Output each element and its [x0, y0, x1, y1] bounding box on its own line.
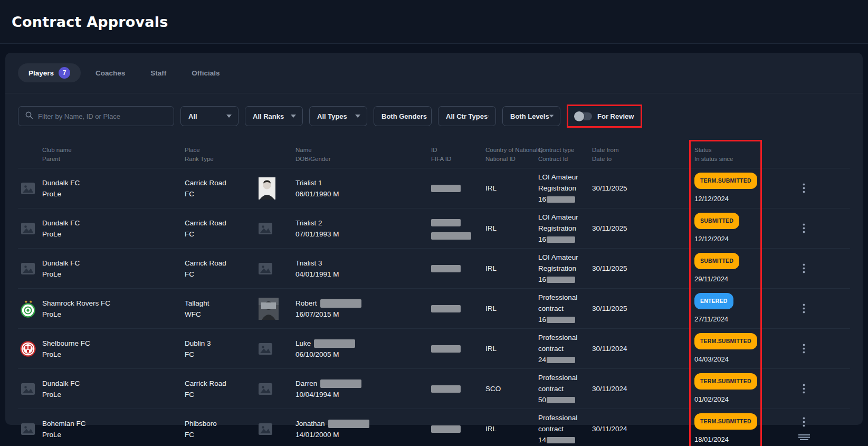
tabs-divider: [5, 93, 863, 93]
redacted-contract-id: [547, 277, 575, 283]
club-logo: [18, 263, 42, 274]
redacted-id: [431, 305, 461, 312]
col-country: Country of NationalityNational ID: [485, 146, 538, 164]
filter-dropdown-all-types[interactable]: All Types: [309, 106, 367, 126]
col-place: PlaceRank Type: [185, 146, 257, 164]
shelbourne-crest: [19, 340, 37, 358]
col-status: StatusIn status since: [689, 146, 762, 164]
status-cell: TERM.SUBMITTED 01/02/2024: [689, 373, 762, 405]
redacted-contract-id: [547, 196, 575, 203]
club-logo: [18, 340, 42, 358]
tab-label: Players: [28, 69, 54, 77]
club-logo: [18, 423, 42, 435]
row-menu-button[interactable]: [800, 301, 807, 316]
row-menu-button[interactable]: [800, 341, 807, 356]
chevron-down-icon: [488, 115, 489, 118]
id-cell: [431, 183, 485, 194]
status-badge: ENTERED: [694, 293, 733, 309]
row-menu-button[interactable]: [800, 181, 807, 195]
club-cell: Dundalk FC ProLe: [42, 177, 185, 200]
tab-label: Coaches: [96, 69, 125, 77]
tab-count-badge: 7: [59, 67, 70, 79]
image-placeholder-icon: [21, 423, 35, 435]
tab-coaches[interactable]: Coaches: [85, 63, 136, 82]
status-badge: TERM.SUBMITTED: [694, 413, 757, 430]
place-cell: Carrick Road FC: [185, 378, 257, 400]
redacted-id: [431, 219, 461, 226]
row-menu-button[interactable]: [800, 261, 807, 276]
redacted-contract-id: [547, 317, 575, 323]
filter-dropdown-all[interactable]: All: [180, 106, 239, 126]
chevron-down-icon: [549, 115, 554, 118]
status-cell: TERM.SUBMITTED 04/03/2024: [689, 333, 762, 365]
kebab-menu-icon: [803, 263, 805, 273]
status-badge: SUBMITTED: [694, 253, 739, 269]
club-cell: Dundalk FC ProLe: [42, 217, 185, 240]
tab-officials[interactable]: Officials: [181, 63, 230, 82]
table-row: Dundalk FC ProLe Carrick Road FC Trialis…: [18, 208, 850, 249]
filter-bar: All All Ranks All Types Both Genders All…: [18, 105, 850, 128]
id-cell: [431, 383, 485, 394]
club-logo: [18, 383, 42, 395]
country-cell: IRL: [485, 183, 538, 194]
redacted-contract-id: [547, 397, 575, 403]
player-avatar: [257, 263, 295, 274]
status-since: 27/11/2024: [694, 314, 758, 325]
tab-players[interactable]: Players 7: [18, 63, 81, 82]
place-cell: Carrick Road FC: [185, 217, 257, 240]
tab-staff[interactable]: Staff: [140, 63, 177, 82]
player-avatar: [257, 343, 295, 355]
shamrock-rovers-crest: ★★: [19, 299, 37, 318]
kebab-menu-icon: [803, 384, 805, 394]
row-menu-button[interactable]: [800, 382, 807, 396]
col-date: Date fromDate to: [592, 146, 689, 164]
country-cell: IRL: [485, 423, 538, 434]
table-row: Dundalk FC ProLe Carrick Road FC Trialis…: [18, 249, 850, 289]
content-card: Players 7 Coaches Staff Officials All Al…: [5, 53, 863, 425]
row-actions: [762, 415, 850, 443]
search-icon: [25, 111, 33, 121]
player-avatar: [257, 423, 295, 435]
redacted-surname: [328, 420, 369, 428]
club-logo: ★★: [18, 299, 42, 318]
tab-label: Officials: [192, 69, 220, 77]
for-review-toggle[interactable]: [575, 112, 592, 120]
row-menu-button[interactable]: [800, 221, 807, 235]
page-title: Contract Approvals: [12, 14, 168, 30]
search-box[interactable]: [18, 106, 174, 126]
date-from-cell: 30/11/2024: [592, 343, 689, 354]
kebab-menu-icon: [803, 303, 805, 314]
toggle-knob: [574, 111, 584, 121]
filter-dropdowns: All All Ranks All Types Both Genders All…: [180, 106, 560, 126]
contract-cell: LOI AmateurRegistration 16: [538, 212, 592, 245]
filter-dropdown-both-levels[interactable]: Both Levels: [502, 106, 560, 126]
country-cell: IRL: [485, 343, 538, 354]
status-since: 12/12/2024: [694, 193, 758, 204]
notes-icon: [798, 434, 810, 441]
for-review-label: For Review: [597, 112, 634, 120]
country-cell: IRL: [485, 263, 538, 274]
svg-text:★: ★: [24, 300, 27, 303]
redacted-surname: [320, 299, 361, 308]
row-actions: [762, 261, 850, 276]
redacted-surname: [320, 379, 361, 388]
filter-dropdown-all-ctr-types[interactable]: All Ctr Types: [438, 106, 496, 126]
filter-dropdown-both-genders[interactable]: Both Genders: [374, 106, 432, 126]
filter-dropdown-all-ranks[interactable]: All Ranks: [245, 106, 303, 126]
place-cell: Dublin 3 FC: [185, 338, 257, 360]
table-body: Dundalk FC ProLe Carrick Road FC Trialis…: [18, 168, 850, 446]
image-placeholder-icon: [21, 263, 35, 274]
row-actions: [762, 181, 850, 195]
status-cell: SUBMITTED 29/11/2024: [689, 253, 762, 284]
search-input[interactable]: [38, 112, 167, 120]
id-cell: [431, 303, 485, 314]
status-since: 12/12/2024: [694, 233, 758, 244]
row-menu-button[interactable]: [800, 415, 807, 429]
status-cell: TERM.SUBMITTED 12/12/2024: [689, 173, 762, 204]
col-id: IDFIFA ID: [431, 146, 485, 164]
table-row: Dundalk FC ProLe Carrick Road FC Darren …: [18, 369, 850, 409]
row-notes-button[interactable]: [796, 432, 813, 443]
place-cell: Carrick Road FC: [185, 258, 257, 280]
image-placeholder-icon: [21, 223, 35, 234]
status-cell: SUBMITTED 12/12/2024: [689, 213, 762, 244]
